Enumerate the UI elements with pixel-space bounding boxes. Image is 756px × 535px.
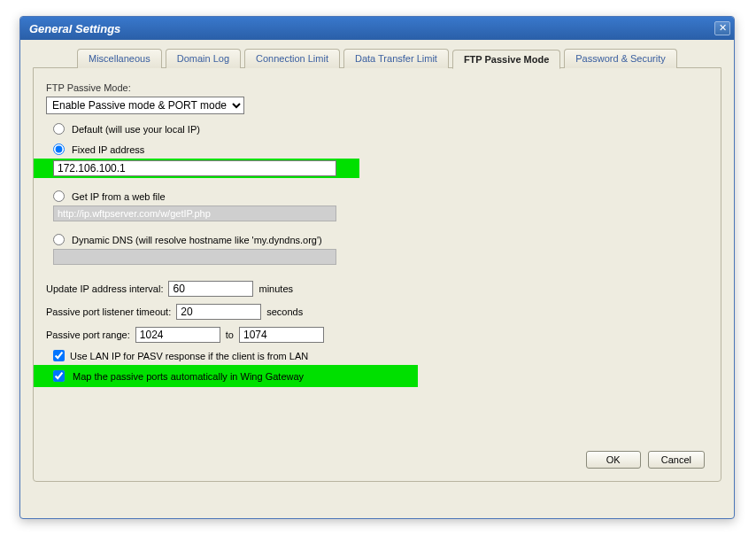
radio-dyndns-label: Dynamic DNS (will resolve hostname like … — [72, 235, 322, 245]
use-lan-ip-checkbox[interactable] — [53, 350, 65, 361]
radio-fixed-ip[interactable] — [53, 143, 65, 155]
settings-window: General Settings ✕ Miscellaneous Domain … — [19, 16, 735, 519]
port-range-to-label: to — [226, 330, 234, 340]
radio-default[interactable] — [53, 123, 65, 135]
radio-fixed-ip-label: Fixed IP address — [72, 144, 144, 155]
listener-timeout-label: Passive port listener timeout: — [46, 306, 171, 317]
dyndns-hostname-input — [53, 249, 336, 265]
fixed-ip-input[interactable] — [53, 160, 336, 176]
window-title: General Settings — [29, 22, 120, 35]
update-interval-input[interactable] — [168, 281, 253, 297]
mode-select[interactable]: Enable Passive mode & PORT mode — [46, 97, 244, 114]
dialog-buttons: OK Cancel — [586, 451, 705, 469]
mode-label: FTP Passive Mode: — [46, 82, 708, 93]
update-interval-label: Update IP address interval: — [46, 283, 163, 294]
port-range-from-input[interactable] — [135, 327, 220, 343]
ok-button[interactable]: OK — [586, 451, 641, 469]
tab-ftp-passive-mode[interactable]: FTP Passive Mode — [452, 50, 560, 69]
map-wing-label: Map the passive ports automatically in W… — [73, 371, 304, 382]
tab-panel: FTP Passive Mode: Enable Passive mode & … — [33, 67, 721, 482]
port-range-label: Passive port range: — [46, 330, 130, 340]
tab-data-transfer-limit[interactable]: Data Transfer Limit — [343, 49, 449, 68]
fixed-ip-highlight — [34, 159, 359, 178]
use-lan-ip-label: Use LAN IP for PASV response if the clie… — [70, 351, 308, 361]
radio-default-label: Default (will use your local IP) — [72, 124, 200, 135]
tab-password-security[interactable]: Password & Security — [564, 49, 676, 68]
tab-connection-limit[interactable]: Connection Limit — [244, 49, 340, 68]
close-icon[interactable]: ✕ — [714, 21, 730, 35]
radio-dyndns[interactable] — [53, 234, 65, 245]
titlebar: General Settings ✕ — [20, 17, 734, 40]
radio-web-file[interactable] — [53, 190, 65, 202]
update-interval-unit: minutes — [258, 283, 293, 294]
tab-miscellaneous[interactable]: Miscellaneous — [77, 49, 162, 68]
content-area: Miscellaneous Domain Log Connection Limi… — [20, 40, 734, 492]
tab-domain-log[interactable]: Domain Log — [166, 49, 241, 68]
map-wing-checkbox[interactable] — [53, 370, 65, 382]
tab-strip: Miscellaneous Domain Log Connection Limi… — [77, 49, 721, 68]
map-wing-highlight: Map the passive ports automatically in W… — [34, 365, 418, 387]
listener-timeout-input[interactable] — [176, 304, 261, 320]
web-file-url-input — [53, 205, 336, 221]
radio-web-file-label: Get IP from a web file — [72, 191, 166, 202]
cancel-button[interactable]: Cancel — [648, 451, 705, 469]
listener-timeout-unit: seconds — [266, 306, 303, 317]
port-range-to-input[interactable] — [239, 327, 324, 343]
